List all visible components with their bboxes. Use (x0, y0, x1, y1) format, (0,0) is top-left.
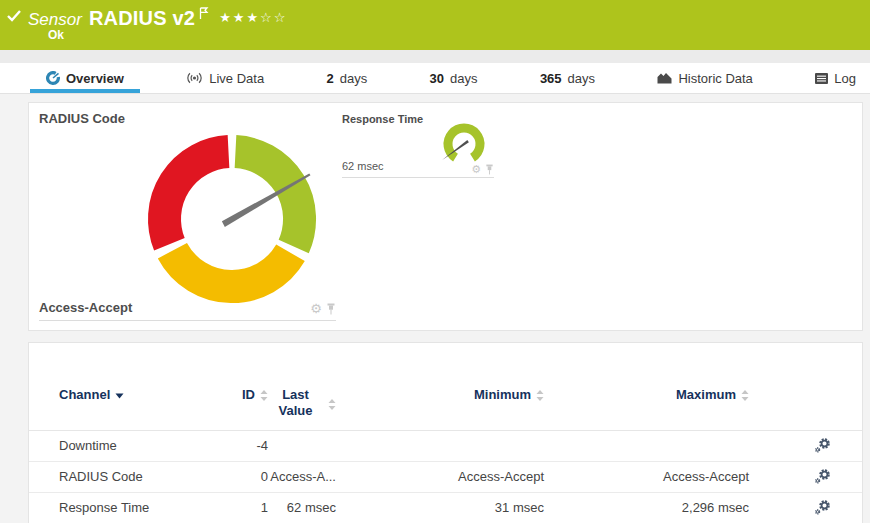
response-time-widget: Response Time 62 msec ⚙ (342, 111, 494, 178)
column-header-id[interactable]: ID (219, 387, 268, 402)
tab-365-days[interactable]: 365 days (540, 63, 595, 93)
primary-gauge-footer: Access-Accept ⚙ (39, 300, 336, 321)
primary-gauge-value: Access-Accept (39, 300, 132, 315)
maximum-cell: Access-Accept (544, 469, 749, 484)
sensor-header-bar: Sensor RADIUS v2 ★★★☆☆ Ok (0, 0, 870, 50)
response-gauge-value: 62 msec (342, 160, 384, 172)
gear-icon[interactable]: ⚙ (310, 302, 322, 315)
channel-settings-icon[interactable] (812, 437, 832, 454)
column-label: Channel (59, 387, 110, 402)
tab-30-days[interactable]: 30 days (430, 63, 478, 93)
channel-id-cell: -4 (219, 438, 268, 453)
pushpin-icon[interactable] (326, 303, 336, 315)
tab-label: Log (834, 71, 856, 86)
column-label: Maximum (676, 387, 736, 402)
tab-label: days (568, 71, 595, 86)
channel-name-cell: Downtime (59, 438, 219, 453)
channel-table-panel: Channel ID Last Value Minimum Maximum (28, 342, 863, 523)
sort-icon (260, 390, 268, 401)
tab-log[interactable]: Log (815, 63, 856, 93)
sensor-kind-label: Sensor (28, 10, 82, 30)
column-label: Last Value (268, 387, 323, 420)
response-time-gauge (440, 123, 490, 169)
gauges-panel: RADIUS Code Access-Accept ⚙ Response Tim… (28, 102, 863, 331)
sensor-status-badge: Ok (48, 28, 64, 42)
channel-table-header: Channel ID Last Value Minimum Maximum (29, 387, 862, 431)
tab-number: 365 (540, 71, 562, 86)
gauge-icon (46, 71, 60, 85)
channel-table-body: Downtime -4 RADIUS Code 0 Access-A... Ac… (29, 431, 862, 523)
checkmark-icon (7, 10, 21, 22)
flag-icon[interactable] (199, 7, 209, 20)
channel-id-cell: 1 (219, 500, 268, 515)
tab-label: days (450, 71, 477, 86)
channel-settings-icon[interactable] (812, 499, 832, 516)
radius-code-gauge (146, 133, 318, 305)
sensor-title: RADIUS v2 (89, 7, 195, 30)
log-icon (815, 73, 828, 84)
tab-2-days[interactable]: 2 days (327, 63, 368, 93)
tab-historic-data[interactable]: Historic Data (657, 63, 752, 93)
tab-live-data[interactable]: Live Data (186, 63, 264, 93)
column-label: ID (242, 387, 255, 402)
table-row: Response Time 1 62 msec 31 msec 2,296 ms… (29, 493, 862, 523)
tab-bar: Overview Live Data 2 days 30 days 365 da… (0, 63, 870, 94)
tab-overview[interactable]: Overview (46, 63, 124, 93)
column-header-maximum[interactable]: Maximum (544, 387, 749, 402)
tab-label: Overview (66, 71, 124, 86)
gear-icon[interactable]: ⚙ (471, 164, 481, 175)
channel-name-cell: RADIUS Code (59, 469, 219, 484)
response-gauge-title: Response Time (342, 113, 423, 125)
channel-id-cell: 0 (219, 469, 268, 484)
area-chart-icon (657, 72, 672, 84)
minimum-cell: 31 msec (336, 500, 544, 515)
channel-settings-icon[interactable] (812, 468, 832, 485)
sort-icon (328, 399, 336, 410)
sort-icon (741, 390, 749, 401)
tab-label: days (340, 71, 367, 86)
last-value-cell: Access-A... (268, 469, 336, 484)
column-header-last-value[interactable]: Last Value (268, 387, 336, 420)
last-value-cell: 62 msec (268, 500, 336, 515)
header-tab-divider (0, 50, 870, 63)
pushpin-icon[interactable] (485, 164, 494, 175)
broadcast-icon (186, 72, 203, 84)
tab-number: 2 (327, 71, 334, 86)
primary-gauge-title: RADIUS Code (39, 111, 125, 126)
table-row: Downtime -4 (29, 431, 862, 462)
priority-stars[interactable]: ★★★☆☆ (219, 10, 287, 25)
minimum-cell: Access-Accept (336, 469, 544, 484)
column-header-minimum[interactable]: Minimum (336, 387, 544, 402)
sort-icon (536, 390, 544, 401)
tab-label: Historic Data (678, 71, 752, 86)
channel-name-cell: Response Time (59, 500, 219, 515)
tab-label: Live Data (209, 71, 264, 86)
column-label: Minimum (474, 387, 531, 402)
column-header-channel[interactable]: Channel (59, 387, 219, 402)
sort-desc-icon (115, 393, 124, 399)
table-row: RADIUS Code 0 Access-A... Access-Accept … (29, 462, 862, 493)
maximum-cell: 2,296 msec (544, 500, 749, 515)
tab-number: 30 (430, 71, 444, 86)
